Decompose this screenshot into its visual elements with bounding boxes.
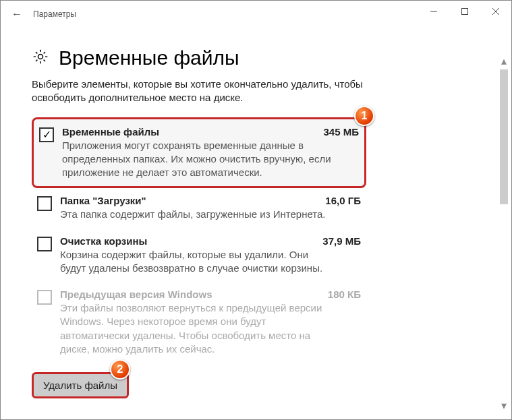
page-heading-row: Временные файлы (32, 47, 480, 69)
list-item: Предыдущая версия Windows180 КБЭти файлы… (32, 282, 366, 363)
item-title: Очистка корзины (60, 235, 147, 247)
back-button[interactable]: ← (6, 8, 28, 20)
item-header: Временные файлы345 МБ (62, 126, 359, 138)
close-button[interactable] (480, 1, 511, 22)
list-item[interactable]: Очистка корзины37,9 МБКорзина содержит ф… (32, 229, 366, 282)
item-description: Приложения могут сохранять временные дан… (62, 139, 339, 180)
item-description: Эти файлы позволяют вернуться к предыдущ… (60, 301, 337, 356)
page-content: Временные файлы Выберите элементы, котор… (1, 47, 511, 415)
item-size: 180 КБ (328, 289, 361, 300)
item-body: Папка "Загрузки"16,0 ГБЭта папка содержи… (60, 195, 361, 221)
item-body: Временные файлы345 МБПриложения могут со… (62, 126, 359, 180)
annotation-badge-2: 2 (110, 359, 130, 380)
item-title: Временные файлы (62, 126, 159, 138)
item-title: Папка "Загрузки" (60, 195, 146, 206)
item-body: Очистка корзины37,9 МБКорзина содержит ф… (60, 235, 361, 276)
item-header: Очистка корзины37,9 МБ (60, 235, 361, 247)
scroll-down-icon[interactable]: ▾ (498, 399, 510, 411)
item-size: 345 МБ (324, 126, 359, 138)
gear-icon (32, 48, 49, 68)
item-size: 16,0 ГБ (325, 195, 361, 206)
item-title: Предыдущая версия Windows (60, 289, 212, 300)
vertical-scrollbar[interactable]: ▴ ▾ (498, 55, 510, 411)
item-body: Предыдущая версия Windows180 КБЭти файлы… (60, 289, 361, 356)
list-item[interactable]: Временные файлы345 МБПриложения могут со… (32, 117, 366, 189)
item-size: 37,9 МБ (322, 235, 361, 247)
minimize-button[interactable] (418, 1, 449, 22)
maximize-button[interactable] (449, 1, 480, 22)
annotation-badge-1: 1 (354, 106, 374, 126)
svg-rect-1 (462, 9, 468, 15)
page-subtitle: Выберите элементы, которые вы хотите око… (32, 78, 382, 105)
checkbox[interactable] (37, 237, 52, 251)
scroll-thumb[interactable] (500, 69, 508, 204)
item-description: Эта папка содержит файлы, загруженные из… (60, 208, 337, 221)
items-list: Временные файлы345 МБПриложения могут со… (32, 117, 480, 363)
window-title: Параметры (33, 9, 76, 19)
checkbox (37, 290, 52, 305)
item-header: Папка "Загрузки"16,0 ГБ (60, 195, 361, 206)
list-item[interactable]: Папка "Загрузки"16,0 ГБЭта папка содержи… (32, 188, 366, 228)
window-controls (418, 1, 511, 22)
checkbox[interactable] (37, 196, 52, 211)
item-description: Корзина содержит файлы, которые вы удали… (60, 248, 337, 276)
scroll-up-icon[interactable]: ▴ (498, 55, 510, 67)
page-title: Временные файлы (59, 47, 239, 69)
checkbox[interactable] (39, 127, 54, 142)
item-header: Предыдущая версия Windows180 КБ (60, 289, 361, 300)
svg-point-4 (38, 55, 43, 59)
